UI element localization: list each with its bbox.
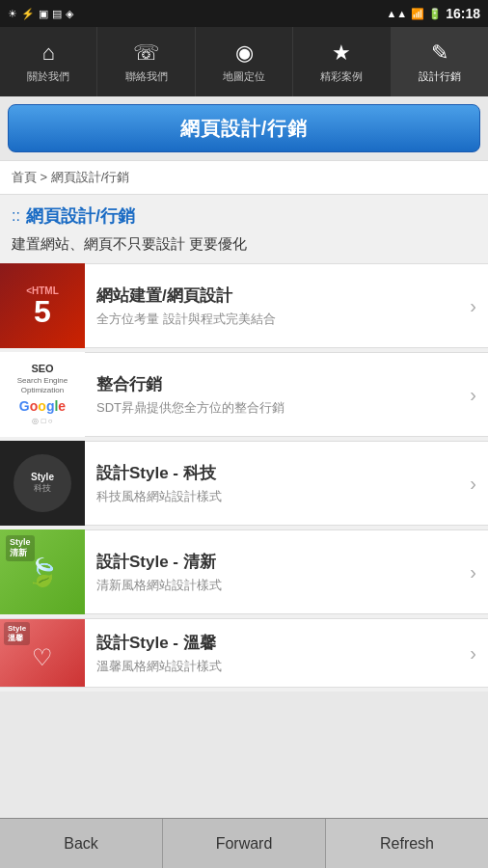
star-icon: ★ [332,41,351,66]
tab-map[interactable]: ◉ 地圖定位 [196,27,293,96]
list-item-style-warm[interactable]: Style溫馨 ♡ 設計Style - 溫馨 溫馨風格網站設計樣式 › [0,618,488,688]
forward-button[interactable]: Forward [163,819,326,868]
camera-icon: ▣ [39,8,48,20]
tab-about-label: 關於我們 [27,69,69,84]
web-build-title: 網站建置/網頁設計 [96,285,458,307]
status-left-icons: ☀ ⚡ ▣ ▤ ◈ [8,8,73,20]
bottom-bar: Back Forward Refresh [0,818,488,868]
tab-cases[interactable]: ★ 精彩案例 [293,27,391,96]
bag-icon: ◈ [66,8,73,20]
seo-content: 整合行銷 SDT昇鼎提供您全方位的整合行銷 [85,366,470,424]
sun-icon: ☀ [8,8,17,20]
usb-icon: ⚡ [21,8,35,20]
section-subtitle: 建置網站、網頁不只要設計 更要優化 [0,231,488,263]
status-bar: ☀ ⚡ ▣ ▤ ◈ ▲▲ 📶 🔋 16:18 [0,0,488,27]
style-fresh-icon: Style清新 🍃 [0,529,85,614]
nav-tabs: ⌂ 關於我們 ☏ 聯絡我們 ◉ 地圖定位 ★ 精彩案例 ✎ 設計行銷 [0,27,488,96]
tab-contact[interactable]: ☏ 聯絡我們 [97,27,195,96]
forward-label: Forward [216,835,273,853]
tab-design-label: 設計行銷 [419,69,461,84]
style-warm-icon: Style溫馨 ♡ [0,618,85,688]
refresh-button[interactable]: Refresh [326,819,488,868]
chevron-right-icon-2: › [470,384,488,406]
tab-map-label: 地圖定位 [223,69,265,84]
chevron-right-icon: › [470,295,488,317]
style-fresh-title: 設計Style - 清新 [96,551,458,573]
battery-icon: 🔋 [428,8,442,20]
chevron-right-icon-3: › [470,473,488,495]
tab-design[interactable]: ✎ 設計行銷 [392,27,488,96]
seo-subtitle: SDT昇鼎提供您全方位的整合行銷 [96,399,458,417]
list-item-web-build[interactable]: <HTML 5 網站建置/網頁設計 全方位考量 設計與程式完美結合 › [0,263,488,348]
style-tech-icon: Style 科技 [0,441,85,526]
phone-tab-icon: ☏ [133,41,160,66]
web-build-subtitle: 全方位考量 設計與程式完美結合 [96,311,458,328]
wifi-icon: ▲▲ [386,8,407,19]
signal-icon: 📶 [411,8,424,20]
web-build-icon: <HTML 5 [0,263,85,348]
section-title: 網頁設計/行銷 [26,204,135,228]
style-warm-subtitle: 溫馨風格網站設計樣式 [96,658,458,675]
style-tech-subtitle: 科技風格網站設計樣式 [96,488,458,505]
breadcrumb-text: 首頁 > 網頁設計/行銷 [12,170,129,184]
tab-contact-label: 聯絡我們 [125,69,168,84]
phone-icon: ▤ [52,8,62,20]
status-right-icons: ▲▲ 📶 🔋 16:18 [386,6,480,21]
page-header-title: 網頁設計/行銷 [180,116,309,142]
chevron-right-icon-4: › [470,561,488,583]
breadcrumb: 首頁 > 網頁設計/行銷 [0,160,488,195]
list-item-style-fresh[interactable]: Style清新 🍃 設計Style - 清新 清新風格網站設計樣式 › [0,529,488,614]
web-build-content: 網站建置/網頁設計 全方位考量 設計與程式完美結合 [85,277,470,336]
map-pin-icon: ◉ [235,41,254,66]
section-dots-icon: :: [12,207,20,225]
seo-icon: SEO Search EngineOptimization Google ◎ □… [0,352,85,437]
clock: 16:18 [446,6,480,21]
back-button[interactable]: Back [0,819,163,868]
chevron-right-icon-5: › [470,642,488,665]
content-area: :: 網頁設計/行銷 建置網站、網頁不只要設計 更要優化 <HTML 5 網站建… [0,195,488,692]
back-label: Back [64,835,98,853]
page-header-button[interactable]: 網頁設計/行銷 [8,104,480,152]
home-icon: ⌂ [42,41,55,66]
section-title-bar: :: 網頁設計/行銷 [0,195,488,231]
refresh-label: Refresh [380,835,434,853]
seo-title: 整合行銷 [96,373,458,395]
style-warm-title: 設計Style - 溫馨 [96,632,458,654]
style-fresh-content: 設計Style - 清新 清新風格網站設計樣式 [85,543,470,602]
tab-about[interactable]: ⌂ 關於我們 [0,27,97,96]
style-warm-content: 設計Style - 溫馨 溫馨風格網站設計樣式 [85,624,470,683]
style-fresh-subtitle: 清新風格網站設計樣式 [96,577,458,594]
list-item-seo[interactable]: SEO Search EngineOptimization Google ◎ □… [0,352,488,437]
list-item-style-tech[interactable]: Style 科技 設計Style - 科技 科技風格網站設計樣式 › [0,441,488,526]
style-tech-content: 設計Style - 科技 科技風格網站設計樣式 [85,454,470,513]
pencil-icon: ✎ [431,41,448,66]
style-tech-title: 設計Style - 科技 [96,462,458,484]
tab-cases-label: 精彩案例 [320,69,363,84]
